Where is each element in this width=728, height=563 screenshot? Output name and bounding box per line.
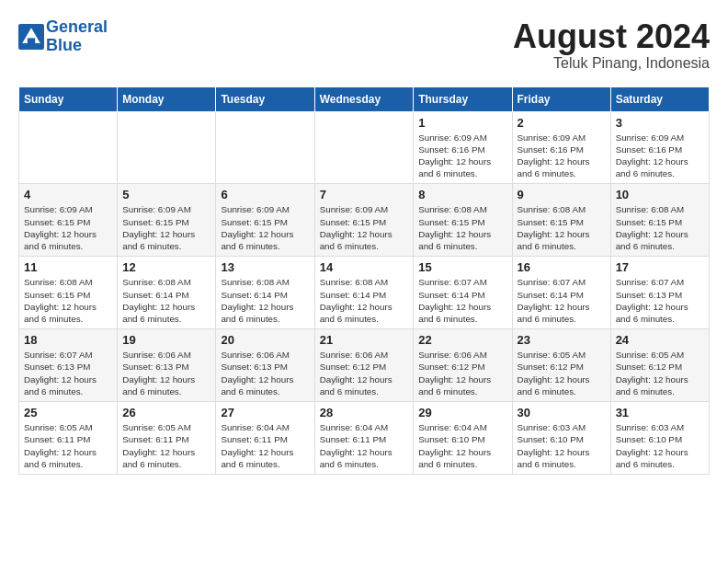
calendar-cell: 24Sunrise: 6:05 AM Sunset: 6:12 PM Dayli…: [610, 329, 709, 402]
calendar-cell: [216, 111, 314, 184]
day-number: 17: [616, 260, 704, 274]
day-info: Sunrise: 6:05 AM Sunset: 6:11 PM Dayligh…: [122, 421, 210, 470]
calendar-cell: 28Sunrise: 6:04 AM Sunset: 6:11 PM Dayli…: [314, 402, 414, 475]
day-number: 3: [616, 116, 704, 130]
weekday-header-row: SundayMondayTuesdayWednesdayThursdayFrid…: [19, 86, 710, 111]
logo-icon: [18, 24, 44, 50]
day-info: Sunrise: 6:08 AM Sunset: 6:15 PM Dayligh…: [24, 276, 112, 325]
weekday-header-thursday: Thursday: [414, 86, 512, 111]
weekday-header-saturday: Saturday: [610, 86, 709, 111]
day-info: Sunrise: 6:09 AM Sunset: 6:16 PM Dayligh…: [616, 132, 704, 180]
day-number: 14: [320, 260, 409, 274]
day-number: 19: [122, 333, 210, 347]
calendar-cell: 21Sunrise: 6:06 AM Sunset: 6:12 PM Dayli…: [314, 329, 414, 402]
day-info: Sunrise: 6:04 AM Sunset: 6:11 PM Dayligh…: [320, 421, 409, 470]
day-number: 26: [122, 406, 210, 419]
logo-line1: General: [46, 17, 108, 36]
day-number: 28: [320, 406, 409, 419]
day-info: Sunrise: 6:09 AM Sunset: 6:15 PM Dayligh…: [24, 203, 112, 252]
day-info: Sunrise: 6:03 AM Sunset: 6:10 PM Dayligh…: [616, 421, 704, 470]
calendar-cell: [19, 111, 118, 184]
day-info: Sunrise: 6:07 AM Sunset: 6:13 PM Dayligh…: [616, 276, 704, 325]
day-info: Sunrise: 6:05 AM Sunset: 6:12 PM Dayligh…: [616, 349, 704, 397]
day-number: 4: [24, 188, 112, 201]
day-number: 24: [616, 333, 704, 347]
calendar-cell: 8Sunrise: 6:08 AM Sunset: 6:15 PM Daylig…: [414, 184, 512, 257]
week-row-2: 4Sunrise: 6:09 AM Sunset: 6:15 PM Daylig…: [19, 184, 710, 257]
calendar-cell: 22Sunrise: 6:06 AM Sunset: 6:12 PM Dayli…: [414, 329, 512, 402]
day-info: Sunrise: 6:07 AM Sunset: 6:14 PM Dayligh…: [518, 276, 606, 325]
page-header: General Blue August 2024 Teluk Pinang, I…: [18, 18, 710, 72]
calendar-cell: 19Sunrise: 6:06 AM Sunset: 6:13 PM Dayli…: [118, 329, 216, 402]
day-number: 5: [122, 188, 210, 201]
calendar-cell: 5Sunrise: 6:09 AM Sunset: 6:15 PM Daylig…: [118, 184, 216, 257]
day-info: Sunrise: 6:09 AM Sunset: 6:15 PM Dayligh…: [320, 203, 409, 252]
calendar-cell: 10Sunrise: 6:08 AM Sunset: 6:15 PM Dayli…: [610, 184, 709, 257]
calendar-cell: 27Sunrise: 6:04 AM Sunset: 6:11 PM Dayli…: [216, 402, 314, 475]
day-info: Sunrise: 6:07 AM Sunset: 6:13 PM Dayligh…: [24, 349, 112, 397]
calendar-cell: 4Sunrise: 6:09 AM Sunset: 6:15 PM Daylig…: [19, 184, 118, 257]
day-number: 23: [518, 333, 606, 347]
day-number: 11: [24, 260, 112, 274]
day-number: 20: [221, 333, 309, 347]
day-number: 31: [616, 406, 704, 419]
calendar-cell: 3Sunrise: 6:09 AM Sunset: 6:16 PM Daylig…: [610, 111, 709, 184]
calendar-cell: 11Sunrise: 6:08 AM Sunset: 6:15 PM Dayli…: [19, 257, 118, 329]
day-number: 10: [616, 188, 704, 201]
day-info: Sunrise: 6:09 AM Sunset: 6:15 PM Dayligh…: [221, 203, 309, 252]
calendar-cell: 6Sunrise: 6:09 AM Sunset: 6:15 PM Daylig…: [216, 184, 314, 257]
calendar-cell: 15Sunrise: 6:07 AM Sunset: 6:14 PM Dayli…: [414, 257, 512, 329]
day-number: 13: [221, 260, 309, 274]
day-info: Sunrise: 6:08 AM Sunset: 6:14 PM Dayligh…: [122, 276, 210, 325]
day-number: 30: [518, 406, 606, 419]
calendar-cell: 14Sunrise: 6:08 AM Sunset: 6:14 PM Dayli…: [314, 257, 414, 329]
day-info: Sunrise: 6:08 AM Sunset: 6:14 PM Dayligh…: [320, 276, 409, 325]
day-number: 6: [221, 188, 309, 201]
calendar-cell: 29Sunrise: 6:04 AM Sunset: 6:10 PM Dayli…: [414, 402, 512, 475]
week-row-4: 18Sunrise: 6:07 AM Sunset: 6:13 PM Dayli…: [19, 329, 710, 402]
day-info: Sunrise: 6:08 AM Sunset: 6:15 PM Dayligh…: [418, 203, 506, 252]
weekday-header-tuesday: Tuesday: [216, 86, 314, 111]
day-info: Sunrise: 6:07 AM Sunset: 6:14 PM Dayligh…: [418, 276, 506, 325]
calendar-cell: 2Sunrise: 6:09 AM Sunset: 6:16 PM Daylig…: [512, 111, 610, 184]
calendar-cell: 16Sunrise: 6:07 AM Sunset: 6:14 PM Dayli…: [512, 257, 610, 329]
day-info: Sunrise: 6:06 AM Sunset: 6:13 PM Dayligh…: [122, 349, 210, 397]
weekday-header-monday: Monday: [118, 86, 216, 111]
svg-rect-2: [28, 38, 35, 43]
day-info: Sunrise: 6:03 AM Sunset: 6:10 PM Dayligh…: [518, 421, 606, 470]
day-number: 9: [518, 188, 606, 201]
day-number: 18: [24, 333, 112, 347]
day-info: Sunrise: 6:09 AM Sunset: 6:16 PM Dayligh…: [518, 132, 606, 180]
day-info: Sunrise: 6:06 AM Sunset: 6:13 PM Dayligh…: [221, 349, 309, 397]
calendar-cell: 7Sunrise: 6:09 AM Sunset: 6:15 PM Daylig…: [314, 184, 414, 257]
day-info: Sunrise: 6:06 AM Sunset: 6:12 PM Dayligh…: [320, 349, 409, 397]
day-number: 21: [320, 333, 409, 347]
calendar-cell: 18Sunrise: 6:07 AM Sunset: 6:13 PM Dayli…: [19, 329, 118, 402]
day-info: Sunrise: 6:09 AM Sunset: 6:15 PM Dayligh…: [122, 203, 210, 252]
calendar-cell: 26Sunrise: 6:05 AM Sunset: 6:11 PM Dayli…: [118, 402, 216, 475]
calendar-cell: 1Sunrise: 6:09 AM Sunset: 6:16 PM Daylig…: [414, 111, 512, 184]
calendar-cell: 30Sunrise: 6:03 AM Sunset: 6:10 PM Dayli…: [512, 402, 610, 475]
calendar-table: SundayMondayTuesdayWednesdayThursdayFrid…: [18, 86, 710, 475]
calendar-cell: 9Sunrise: 6:08 AM Sunset: 6:15 PM Daylig…: [512, 184, 610, 257]
day-number: 22: [418, 333, 506, 347]
calendar-cell: 25Sunrise: 6:05 AM Sunset: 6:11 PM Dayli…: [19, 402, 118, 475]
day-info: Sunrise: 6:06 AM Sunset: 6:12 PM Dayligh…: [418, 349, 506, 397]
calendar-cell: 23Sunrise: 6:05 AM Sunset: 6:12 PM Dayli…: [512, 329, 610, 402]
day-info: Sunrise: 6:08 AM Sunset: 6:15 PM Dayligh…: [616, 203, 704, 252]
day-info: Sunrise: 6:08 AM Sunset: 6:15 PM Dayligh…: [518, 203, 606, 252]
calendar-cell: 13Sunrise: 6:08 AM Sunset: 6:14 PM Dayli…: [216, 257, 314, 329]
weekday-header-wednesday: Wednesday: [314, 86, 414, 111]
logo: General Blue: [18, 18, 108, 55]
day-number: 16: [518, 260, 606, 274]
week-row-5: 25Sunrise: 6:05 AM Sunset: 6:11 PM Dayli…: [19, 402, 710, 475]
calendar-cell: 31Sunrise: 6:03 AM Sunset: 6:10 PM Dayli…: [610, 402, 709, 475]
day-number: 2: [518, 116, 606, 130]
week-row-1: 1Sunrise: 6:09 AM Sunset: 6:16 PM Daylig…: [19, 111, 710, 184]
day-number: 27: [221, 406, 309, 419]
title-block: August 2024 Teluk Pinang, Indonesia: [513, 18, 710, 72]
calendar-subtitle: Teluk Pinang, Indonesia: [513, 55, 710, 72]
day-info: Sunrise: 6:04 AM Sunset: 6:11 PM Dayligh…: [221, 421, 309, 470]
weekday-header-friday: Friday: [512, 86, 610, 111]
day-number: 8: [418, 188, 506, 201]
